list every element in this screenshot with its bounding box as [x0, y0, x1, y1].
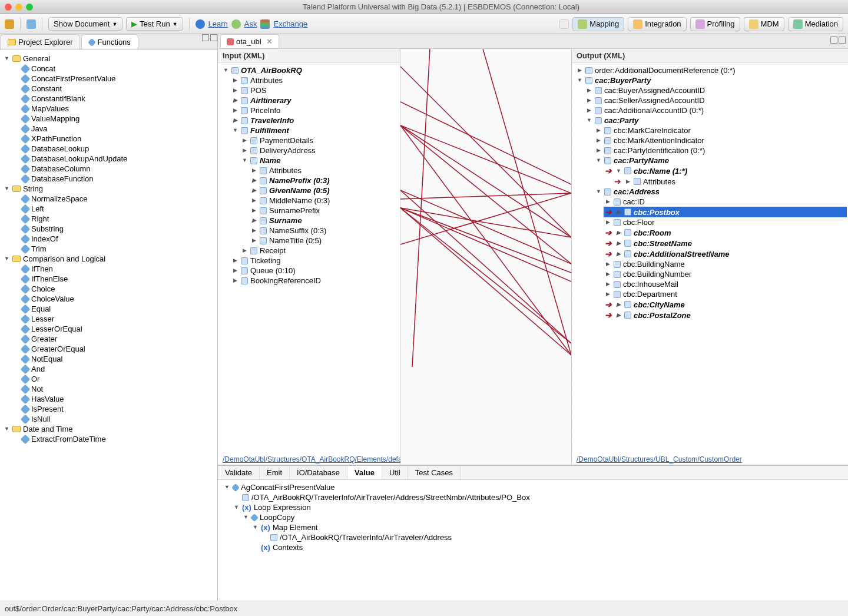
xml-node[interactable]: ▶cac:ID [604, 197, 847, 207]
bottom-tab-validate[interactable]: Validate [218, 466, 260, 479]
xml-node[interactable]: ▶cbc:InhouseMail [604, 279, 847, 289]
xml-node[interactable]: ▶Attributes [250, 165, 399, 175]
xml-node[interactable]: ▶DeliveryAddress [240, 145, 399, 155]
bottom-tab-emit[interactable]: Emit [260, 466, 290, 479]
xml-root[interactable]: ▼OTA_AirBookRQ [221, 65, 399, 75]
bottom-tab-iodatabase[interactable]: IO/Database [290, 466, 347, 479]
tree-folder[interactable]: ▼String [4, 184, 216, 194]
search-icon[interactable] [196, 19, 205, 29]
test-run-button[interactable]: ▶ Test Run ▼ [126, 17, 183, 31]
value-node[interactable]: /OTA_AirBookRQ/TravelerInfo/AirTraveler/… [260, 532, 846, 542]
function-item[interactable]: Greater [13, 334, 216, 344]
xml-node[interactable]: ▼cac:Address [594, 187, 847, 197]
output-path-link[interactable]: /DemoOtaUbl/Structures/UBL_Custom/Custom… [572, 454, 848, 465]
xml-node[interactable]: ▶GivenName (0:5) [250, 186, 399, 196]
function-item[interactable]: Equal [13, 304, 216, 314]
perspective-integration[interactable]: Integration [628, 17, 686, 31]
xml-node[interactable]: ▶cac:PartyIdentification (0:*) [594, 145, 847, 155]
function-item[interactable]: Lesser [13, 314, 216, 324]
show-document-button[interactable]: Show Document ▼ [48, 17, 122, 31]
tab-project-explorer[interactable]: Project Explorer [0, 34, 80, 49]
perspective-profiling[interactable]: Profiling [690, 17, 740, 31]
function-item[interactable]: IsPresent [13, 404, 216, 414]
tree-folder[interactable]: ▼General [4, 54, 216, 64]
xml-node[interactable]: ▶AirItinerary [231, 95, 399, 105]
perspective-mediation[interactable]: Mediation [788, 17, 843, 31]
value-node[interactable]: (x)Contexts [251, 542, 846, 552]
xml-node[interactable]: ▶cac:AdditionalAccountID (0:*) [585, 105, 847, 115]
xml-node[interactable]: ➔▶cbc:Postbox [604, 207, 847, 217]
xml-node[interactable]: ▶NameTitle (0:5) [250, 236, 399, 246]
output-tree[interactable]: ▶order:AdditionalDocumentReference (0:*)… [572, 63, 848, 454]
value-node[interactable]: ▼LoopCopy [241, 512, 846, 522]
minimize-icon[interactable] [15, 4, 22, 11]
tree-folder[interactable]: ▼Date and Time [4, 424, 216, 434]
function-item[interactable]: HasValue [13, 394, 216, 404]
value-node[interactable]: ▼(x)Map Element [251, 522, 846, 532]
value-tree[interactable]: ▼AgConcatFirstPresentValue/OTA_AirBookRQ… [218, 480, 848, 601]
xml-node[interactable]: ▶Queue (0:10) [231, 266, 399, 276]
xml-node[interactable]: ▶Ticketing [231, 256, 399, 266]
xml-node[interactable]: ▶POS [231, 85, 399, 95]
close-icon[interactable] [5, 4, 12, 11]
xml-node[interactable]: ▶Receipt [240, 246, 399, 256]
function-item[interactable]: ConcatFirstPresentValue [13, 74, 216, 84]
exchange-link[interactable]: Exchange [273, 19, 307, 28]
function-item[interactable]: Trim [13, 244, 216, 254]
xml-node[interactable]: ➔▶Attributes [613, 176, 847, 187]
new-icon[interactable] [5, 19, 14, 29]
bottom-tab-testcases[interactable]: Test Cases [408, 466, 461, 479]
tab-functions[interactable]: Functions [81, 34, 138, 49]
xml-node[interactable]: ▶BookingReferenceID [231, 276, 399, 286]
perspective-mdm[interactable]: MDM [744, 17, 784, 31]
xml-node[interactable]: ▶Surname [250, 216, 399, 226]
xml-node[interactable]: ▶cac:SellerAssignedAccountID [585, 95, 847, 105]
xml-node[interactable]: ➔▶cbc:PostalZone [604, 310, 847, 320]
xml-node[interactable]: ▶cbc:MarkAttentionIndicator [594, 135, 847, 145]
xml-node[interactable]: ▼Name [240, 155, 399, 165]
xml-node[interactable]: ➔▶cbc:CityName [604, 299, 847, 310]
minimize-view-icon[interactable] [202, 34, 209, 41]
function-item[interactable]: NotEqual [13, 354, 216, 364]
value-root[interactable]: ▼AgConcatFirstPresentValue [223, 482, 846, 492]
ask-link[interactable]: Ask [244, 19, 257, 28]
bottom-tab-util[interactable]: Util [382, 466, 408, 479]
close-icon[interactable]: ✕ [266, 37, 273, 46]
function-item[interactable]: Substring [13, 224, 216, 234]
open-icon[interactable] [26, 19, 36, 29]
xml-node[interactable]: ➔▶cbc:AdditionalStreetName [604, 249, 847, 259]
learn-link[interactable]: Learn [208, 19, 228, 28]
function-item[interactable]: ConstantIfBlank [13, 94, 216, 104]
xml-node[interactable]: ▶TravelerInfo [231, 115, 399, 125]
function-item[interactable]: IfThenElse [13, 274, 216, 284]
function-item[interactable]: MapValues [13, 104, 216, 114]
xml-node[interactable]: ▶cbc:BuildingName [604, 259, 847, 269]
xml-node[interactable]: ▶NameSuffix (0:3) [250, 226, 399, 236]
xml-node[interactable]: ▶SurnamePrefix [250, 206, 399, 216]
xml-node[interactable]: ▶cbc:MarkCareIndicator [594, 125, 847, 135]
value-node[interactable]: ▼(x)Loop Expression [232, 502, 846, 512]
perspective-switch-icon[interactable] [559, 19, 569, 29]
xml-node[interactable]: ➔▼cbc:Name (1:*) [604, 165, 847, 176]
function-item[interactable]: DatabaseLookupAndUpdate [13, 154, 216, 164]
function-item[interactable]: ChoiceValue [13, 294, 216, 304]
minimize-editor-icon[interactable] [830, 37, 837, 44]
xml-node[interactable]: ▶Attributes [231, 75, 399, 85]
xml-node[interactable]: ▼cac:Party [585, 115, 847, 125]
function-item[interactable]: XPathFunction [13, 134, 216, 144]
xml-node[interactable]: ▶cbc:BuildingNumber [604, 269, 847, 279]
function-item[interactable]: Java [13, 124, 216, 134]
function-item[interactable]: NormalizeSpace [13, 194, 216, 204]
maximize-view-icon[interactable] [210, 34, 217, 41]
input-tree[interactable]: ▼OTA_AirBookRQ▶Attributes▶POS▶AirItinera… [218, 63, 400, 454]
function-item[interactable]: IsNull [13, 414, 216, 424]
xml-node[interactable]: ▼Fulfillment [231, 125, 399, 135]
maximize-editor-icon[interactable] [839, 37, 846, 44]
xml-node[interactable]: ▶cbc:Floor [604, 217, 847, 227]
xml-node[interactable]: ▼cac:BuyerParty [575, 75, 847, 85]
function-item[interactable]: Choice [13, 284, 216, 294]
tree-folder[interactable]: ▼Comparison and Logical [4, 254, 216, 264]
function-item[interactable]: Constant [13, 84, 216, 94]
xml-node[interactable]: ▼cac:PartyName [594, 155, 847, 165]
xml-node[interactable]: ▶NamePrefix (0:3) [250, 175, 399, 186]
